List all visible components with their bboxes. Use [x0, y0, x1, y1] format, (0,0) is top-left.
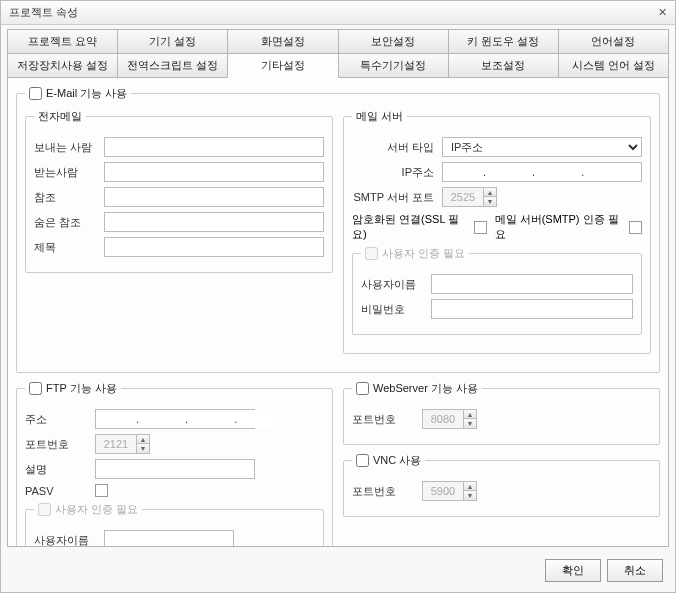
chevron-up-icon[interactable]: ▲ — [484, 188, 496, 197]
bcc-input[interactable] — [104, 212, 324, 232]
bcc-label: 숨은 참조 — [34, 215, 104, 230]
ip-oct2[interactable] — [496, 163, 522, 181]
dialog-buttons: 확인 취소 — [1, 553, 675, 592]
tab-other-settings[interactable]: 기타설정 — [227, 53, 338, 78]
ftp-ip-oct1[interactable] — [100, 410, 126, 428]
mail-pass-label: 비밀번호 — [361, 302, 431, 317]
ftp-desc-input[interactable] — [95, 459, 255, 479]
tab-keywindow-settings[interactable]: 키 윈도우 설정 — [448, 29, 559, 53]
ftp-pasv-label: PASV — [25, 485, 95, 497]
ok-button[interactable]: 확인 — [545, 559, 601, 582]
mailserver-ip-input[interactable]: . . . — [442, 162, 642, 182]
ftp-group: FTP 기능 사용 주소 . . . 포트번호 ▲▼ — [16, 381, 333, 547]
window-title: 프로젝트 속성 — [9, 5, 78, 20]
ftp-ip-oct3[interactable] — [198, 410, 224, 428]
mail-user-input[interactable] — [431, 274, 633, 294]
mail-auth-checkbox[interactable] — [365, 247, 378, 260]
ip-oct3[interactable] — [545, 163, 571, 181]
ftp-auth-group: 사용자 인증 필요 사용자이름 비밀번호 — [25, 502, 324, 547]
smtp-auth-label: 메일 서버(SMTP) 인증 필요 — [495, 212, 626, 242]
webserver-legend: WebServer 기능 사용 — [352, 381, 482, 396]
ftp-port-label: 포트번호 — [25, 437, 95, 452]
ftp-user-label: 사용자이름 — [34, 533, 104, 548]
webserver-group: WebServer 기능 사용 포트번호 ▲▼ — [343, 381, 660, 445]
cancel-button[interactable]: 취소 — [607, 559, 663, 582]
vnc-legend: VNC 사용 — [352, 453, 425, 468]
vnc-port-label: 포트번호 — [352, 484, 422, 499]
mailserver-legend: 메일 서버 — [352, 109, 407, 124]
chevron-down-icon[interactable]: ▼ — [137, 444, 149, 453]
project-properties-dialog: 프로젝트 속성 ✕ 프로젝트 요약 기기 설정 화면설정 보안설정 키 윈도우 … — [0, 0, 676, 593]
ftp-port-spinner[interactable]: ▲▼ — [95, 434, 150, 454]
server-type-label: 서버 타입 — [352, 140, 442, 155]
mail-auth-group: 사용자 인증 필요 사용자이름 비밀번호 — [352, 246, 642, 335]
webserver-port-input[interactable] — [423, 410, 463, 428]
smtp-port-spinner[interactable]: ▲▼ — [442, 187, 497, 207]
tab-container: 프로젝트 요약 기기 설정 화면설정 보안설정 키 윈도우 설정 언어설정 저장… — [1, 25, 675, 78]
ftp-desc-label: 설명 — [25, 462, 95, 477]
ip-oct4[interactable] — [594, 163, 620, 181]
tab-security-settings[interactable]: 보안설정 — [338, 29, 449, 53]
ftp-user-input[interactable] — [104, 530, 234, 547]
chevron-up-icon[interactable]: ▲ — [464, 410, 476, 419]
ftp-ip-oct4[interactable] — [247, 410, 273, 428]
cc-input[interactable] — [104, 187, 324, 207]
ftp-port-input[interactable] — [96, 435, 136, 453]
ip-label: IP주소 — [352, 165, 442, 180]
content-pane: E-Mail 기능 사용 전자메일 보내는 사람 받는사람 참조 숨은 참조 — [7, 77, 669, 547]
webserver-port-spinner[interactable]: ▲▼ — [422, 409, 477, 429]
tab-special-device-settings[interactable]: 특수기기설정 — [338, 53, 449, 78]
chevron-down-icon[interactable]: ▼ — [464, 491, 476, 500]
vnc-port-spinner[interactable]: ▲▼ — [422, 481, 477, 501]
tab-project-summary[interactable]: 프로젝트 요약 — [7, 29, 118, 53]
vnc-port-input[interactable] — [423, 482, 463, 500]
email-legend: E-Mail 기능 사용 — [25, 86, 131, 101]
mailserver-group: 메일 서버 서버 타입 IP주소 IP주소 . . . — [343, 109, 651, 354]
ssl-checkbox[interactable] — [474, 221, 487, 234]
email-group: E-Mail 기능 사용 전자메일 보내는 사람 받는사람 참조 숨은 참조 — [16, 86, 660, 373]
email-enable-checkbox[interactable] — [29, 87, 42, 100]
titlebar: 프로젝트 속성 ✕ — [1, 1, 675, 25]
tab-storage-settings[interactable]: 저장장치사용 설정 — [7, 53, 118, 78]
email-fields-legend: 전자메일 — [34, 109, 86, 124]
smtp-port-input[interactable] — [443, 188, 483, 206]
email-legend-text: E-Mail 기능 사용 — [46, 86, 127, 101]
subject-input[interactable] — [104, 237, 324, 257]
chevron-down-icon[interactable]: ▼ — [484, 197, 496, 206]
chevron-up-icon[interactable]: ▲ — [464, 482, 476, 491]
ftp-enable-checkbox[interactable] — [29, 382, 42, 395]
server-type-select[interactable]: IP주소 — [442, 137, 642, 157]
chevron-down-icon[interactable]: ▼ — [464, 419, 476, 428]
ftp-legend: FTP 기능 사용 — [25, 381, 121, 396]
subject-label: 제목 — [34, 240, 104, 255]
ftp-auth-checkbox[interactable] — [38, 503, 51, 516]
ssl-label: 암호화된 연결(SSL 필요) — [352, 212, 470, 242]
email-fields-group: 전자메일 보내는 사람 받는사람 참조 숨은 참조 제목 — [25, 109, 333, 273]
ftp-auth-legend: 사용자 인증 필요 — [34, 502, 142, 517]
vnc-group: VNC 사용 포트번호 ▲▼ — [343, 453, 660, 517]
ftp-addr-label: 주소 — [25, 412, 95, 427]
ftp-ip-oct2[interactable] — [149, 410, 175, 428]
smtp-auth-checkbox[interactable] — [629, 221, 642, 234]
tab-device-settings[interactable]: 기기 설정 — [117, 29, 228, 53]
webserver-enable-checkbox[interactable] — [356, 382, 369, 395]
chevron-up-icon[interactable]: ▲ — [137, 435, 149, 444]
tab-screen-settings[interactable]: 화면설정 — [227, 29, 338, 53]
mail-pass-input[interactable] — [431, 299, 633, 319]
tab-global-script-settings[interactable]: 전역스크립트 설정 — [117, 53, 228, 78]
webserver-port-label: 포트번호 — [352, 412, 422, 427]
smtp-port-label: SMTP 서버 포트 — [352, 190, 442, 205]
ftp-ip-input[interactable]: . . . — [95, 409, 255, 429]
mail-user-label: 사용자이름 — [361, 277, 431, 292]
recipient-input[interactable] — [104, 162, 324, 182]
sender-input[interactable] — [104, 137, 324, 157]
tab-system-language-settings[interactable]: 시스템 언어 설정 — [558, 53, 669, 78]
tab-aux-settings[interactable]: 보조설정 — [448, 53, 559, 78]
cc-label: 참조 — [34, 190, 104, 205]
close-icon[interactable]: ✕ — [658, 6, 667, 19]
ip-oct1[interactable] — [447, 163, 473, 181]
sender-label: 보내는 사람 — [34, 140, 104, 155]
tab-language-settings[interactable]: 언어설정 — [558, 29, 669, 53]
vnc-enable-checkbox[interactable] — [356, 454, 369, 467]
ftp-pasv-checkbox[interactable] — [95, 484, 108, 497]
